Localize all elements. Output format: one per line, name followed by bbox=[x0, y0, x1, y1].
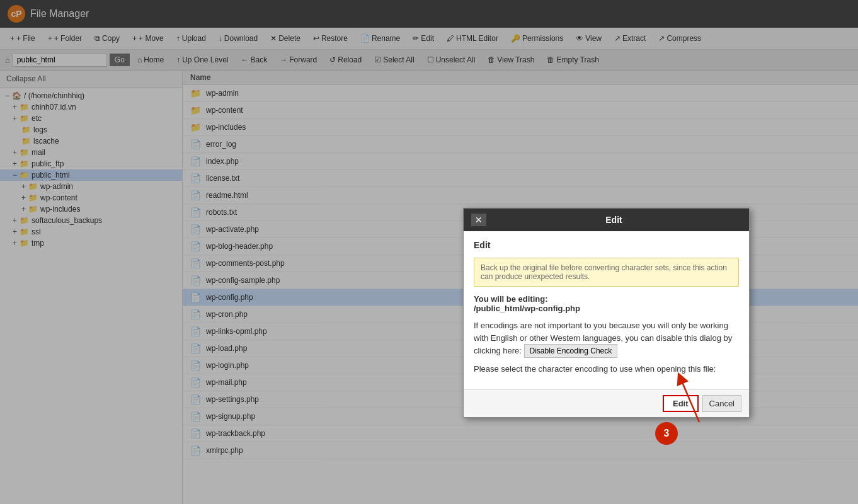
modal-edit-button[interactable]: Edit bbox=[663, 395, 699, 412]
modal-warning-text: Back up the original file before convert… bbox=[474, 258, 739, 287]
annotation-number-3: 3 bbox=[655, 422, 678, 445]
modal-editing-path: /public_html/wp-config.php bbox=[474, 304, 580, 313]
modal-header: ✕ Edit bbox=[464, 209, 749, 231]
disable-encoding-button[interactable]: Disable Encoding Check bbox=[524, 344, 618, 358]
modal-footer: Edit Cancel bbox=[464, 389, 749, 417]
modal-cancel-button[interactable]: Cancel bbox=[702, 395, 741, 412]
modal-body: Edit Back up the original file before co… bbox=[464, 231, 749, 389]
modal-editing-label: You will be editing: /public_html/wp-con… bbox=[474, 294, 739, 313]
modal-info-text: If encodings are not important to you be… bbox=[474, 319, 739, 358]
modal-select-label: Please select the character encoding to … bbox=[474, 363, 739, 375]
modal-edit-heading: Edit bbox=[474, 240, 739, 250]
modal-close-button[interactable]: ✕ bbox=[471, 214, 486, 226]
edit-modal: ✕ Edit Edit Back up the original file be… bbox=[463, 208, 750, 418]
modal-title: Edit bbox=[486, 215, 741, 225]
